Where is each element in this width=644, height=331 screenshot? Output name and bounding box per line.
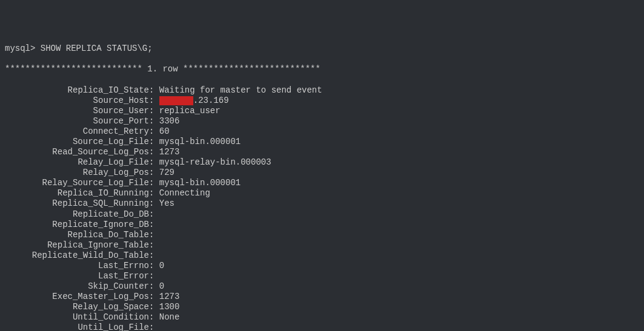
field-label: Relay_Source_Log_File bbox=[5, 178, 149, 188]
field-value: 0 bbox=[154, 261, 164, 271]
colon: : bbox=[149, 302, 154, 312]
field-value: None bbox=[154, 312, 179, 323]
field-value bbox=[154, 230, 159, 240]
field-value: 0 bbox=[154, 281, 164, 292]
field-label: Replica_Ignore_Table bbox=[5, 240, 149, 251]
status-row: Until_Condition:None bbox=[5, 312, 639, 323]
field-label: Replica_IO_State bbox=[5, 85, 149, 96]
colon: : bbox=[149, 209, 154, 220]
status-row: Relay_Log_Pos:729 bbox=[5, 168, 639, 178]
colon: : bbox=[149, 281, 154, 292]
colon: : bbox=[149, 126, 154, 137]
field-value: mysql-bin.000001 bbox=[154, 137, 241, 147]
field-label: Replica_IO_Running bbox=[5, 188, 149, 198]
colon: : bbox=[149, 178, 154, 188]
field-label: Replica_SQL_Running bbox=[5, 198, 149, 209]
status-row: Last_Errno:0 bbox=[5, 261, 639, 271]
field-value bbox=[154, 271, 159, 281]
status-row: Replicate_Wild_Do_Table: bbox=[5, 251, 639, 261]
status-row: Replica_Do_Table: bbox=[5, 230, 639, 240]
colon: : bbox=[149, 292, 154, 302]
colon: : bbox=[149, 96, 154, 106]
field-value: mysql-relay-bin.000003 bbox=[154, 157, 271, 168]
field-label: Replicate_Do_DB bbox=[5, 209, 149, 220]
field-value: 1273 bbox=[154, 292, 179, 302]
field-label: Until_Condition bbox=[5, 312, 149, 323]
field-label: Source_Port bbox=[5, 116, 149, 126]
field-value-text: .23.169 bbox=[193, 96, 229, 105]
redacted-block bbox=[159, 96, 193, 105]
field-value bbox=[154, 251, 159, 261]
field-label: Source_Host bbox=[5, 96, 149, 106]
colon: : bbox=[149, 106, 154, 116]
field-label: Source_Log_File bbox=[5, 137, 149, 147]
colon: : bbox=[149, 85, 154, 96]
field-label: Read_Source_Log_Pos bbox=[5, 147, 149, 157]
field-label: Last_Errno bbox=[5, 261, 149, 271]
status-row: Connect_Retry:60 bbox=[5, 126, 639, 137]
field-value: 729 bbox=[154, 168, 174, 178]
status-row: Relay_Log_File:mysql-relay-bin.000003 bbox=[5, 157, 639, 168]
field-label: Relay_Log_File bbox=[5, 157, 149, 168]
colon: : bbox=[149, 271, 154, 281]
field-label: Until_Log_File bbox=[5, 323, 149, 331]
field-label: Connect_Retry bbox=[5, 126, 149, 137]
field-value: replica_user bbox=[154, 106, 220, 116]
field-value: .23.169 bbox=[154, 96, 228, 106]
colon: : bbox=[149, 230, 154, 240]
colon: : bbox=[149, 323, 154, 331]
field-value bbox=[154, 323, 159, 331]
field-value: Yes bbox=[154, 198, 174, 209]
replica-status-output: Replica_IO_State:Waiting for master to s… bbox=[5, 85, 639, 331]
colon: : bbox=[149, 168, 154, 178]
field-label: Exec_Master_Log_Pos bbox=[5, 292, 149, 302]
field-label: Replicate_Wild_Do_Table bbox=[5, 251, 149, 261]
colon: : bbox=[149, 251, 154, 261]
field-value bbox=[154, 220, 159, 230]
field-label: Relay_Log_Space bbox=[5, 302, 149, 312]
field-label: Last_Error bbox=[5, 271, 149, 281]
status-row: Skip_Counter:0 bbox=[5, 281, 639, 292]
colon: : bbox=[149, 198, 154, 209]
field-value: Waiting for master to send event bbox=[154, 85, 322, 96]
field-label: Replicate_Ignore_DB bbox=[5, 220, 149, 230]
field-label: Skip_Counter bbox=[5, 281, 149, 292]
status-row: Source_Log_File:mysql-bin.000001 bbox=[5, 137, 639, 147]
row-header: *************************** 1. row *****… bbox=[5, 64, 639, 74]
field-value: 1273 bbox=[154, 147, 179, 157]
colon: : bbox=[149, 312, 154, 323]
field-value: Connecting bbox=[154, 188, 210, 198]
status-row: Replicate_Ignore_DB: bbox=[5, 220, 639, 230]
field-value bbox=[154, 209, 159, 220]
colon: : bbox=[149, 147, 154, 157]
status-row: Relay_Log_Space:1300 bbox=[5, 302, 639, 312]
colon: : bbox=[149, 220, 154, 230]
status-row: Replica_IO_State:Waiting for master to s… bbox=[5, 85, 639, 96]
status-row: Replica_SQL_Running:Yes bbox=[5, 198, 639, 209]
status-row: Replica_IO_Running:Connecting bbox=[5, 188, 639, 198]
status-row: Relay_Source_Log_File:mysql-bin.000001 bbox=[5, 178, 639, 188]
status-row: Source_User:replica_user bbox=[5, 106, 639, 116]
status-row: Until_Log_File: bbox=[5, 323, 639, 331]
status-row: Last_Error: bbox=[5, 271, 639, 281]
field-value: mysql-bin.000001 bbox=[154, 178, 241, 188]
field-value: 1300 bbox=[154, 302, 179, 312]
field-value: 60 bbox=[154, 126, 169, 137]
colon: : bbox=[149, 157, 154, 168]
field-label: Source_User bbox=[5, 106, 149, 116]
colon: : bbox=[149, 116, 154, 126]
status-row: Replica_Ignore_Table: bbox=[5, 240, 639, 251]
mysql-prompt[interactable]: mysql> SHOW REPLICA STATUS\G; bbox=[5, 44, 639, 54]
field-value bbox=[154, 240, 159, 251]
field-label: Relay_Log_Pos bbox=[5, 168, 149, 178]
status-row: Source_Port:3306 bbox=[5, 116, 639, 126]
colon: : bbox=[149, 240, 154, 251]
status-row: Exec_Master_Log_Pos:1273 bbox=[5, 292, 639, 302]
status-row: Read_Source_Log_Pos:1273 bbox=[5, 147, 639, 157]
colon: : bbox=[149, 137, 154, 147]
field-value: 3306 bbox=[154, 116, 179, 126]
colon: : bbox=[149, 261, 154, 271]
status-row: Source_Host:.23.169 bbox=[5, 96, 639, 106]
status-row: Replicate_Do_DB: bbox=[5, 209, 639, 220]
field-label: Replica_Do_Table bbox=[5, 230, 149, 240]
